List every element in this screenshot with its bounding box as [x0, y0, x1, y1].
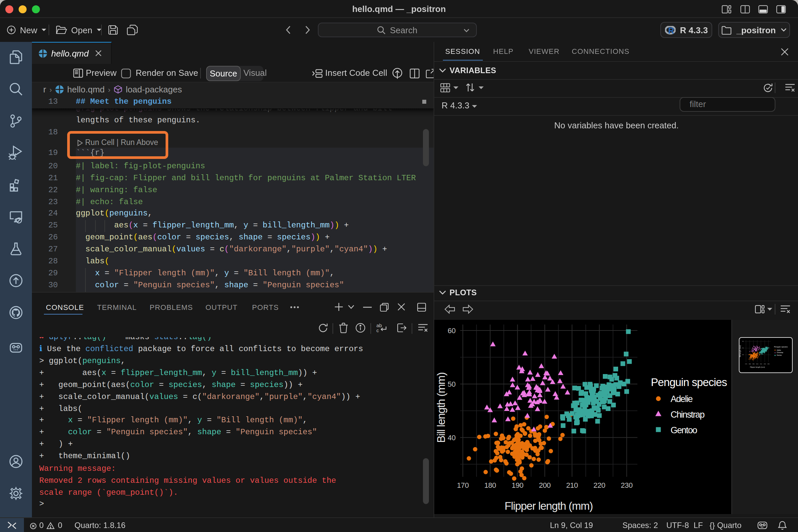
- svg-text:230: 230: [621, 481, 633, 490]
- svg-text:200: 200: [539, 481, 551, 490]
- svg-text:R: R: [668, 25, 673, 34]
- svg-text:Flipper length (mm): Flipper length (mm): [505, 500, 592, 512]
- svg-text:40: 40: [448, 434, 456, 442]
- svg-text:40: 40: [742, 354, 743, 356]
- svg-text:210: 210: [760, 363, 762, 365]
- svg-text:Chinstrap: Chinstrap: [777, 352, 783, 354]
- svg-text:180: 180: [484, 481, 496, 490]
- svg-text:c: c: [376, 327, 379, 333]
- svg-text:190: 190: [752, 363, 754, 365]
- svg-text:170: 170: [745, 363, 747, 365]
- svg-text:Gentoo: Gentoo: [777, 355, 782, 356]
- svg-text:Penguin species: Penguin species: [774, 346, 788, 348]
- svg-text:230: 230: [767, 363, 770, 365]
- svg-text:Adelie: Adelie: [777, 349, 781, 351]
- svg-text:Penguin species: Penguin species: [651, 376, 727, 388]
- svg-text:Flipper length (mm): Flipper length (mm): [750, 366, 765, 368]
- svg-text:220: 220: [593, 481, 606, 490]
- svg-text:50: 50: [448, 380, 456, 388]
- svg-text:200: 200: [756, 363, 758, 365]
- svg-text:60: 60: [448, 326, 456, 335]
- svg-text:Chinstrap: Chinstrap: [671, 410, 705, 420]
- svg-text:170: 170: [457, 481, 469, 490]
- svg-text:Adelie: Adelie: [671, 394, 692, 404]
- svg-text:190: 190: [512, 481, 524, 490]
- svg-text:210: 210: [566, 481, 578, 490]
- svg-text:220: 220: [763, 363, 765, 365]
- svg-text:Gentoo: Gentoo: [671, 425, 697, 435]
- svg-text:50: 50: [742, 347, 743, 349]
- svg-text:180: 180: [748, 363, 750, 365]
- svg-text:60: 60: [742, 341, 743, 342]
